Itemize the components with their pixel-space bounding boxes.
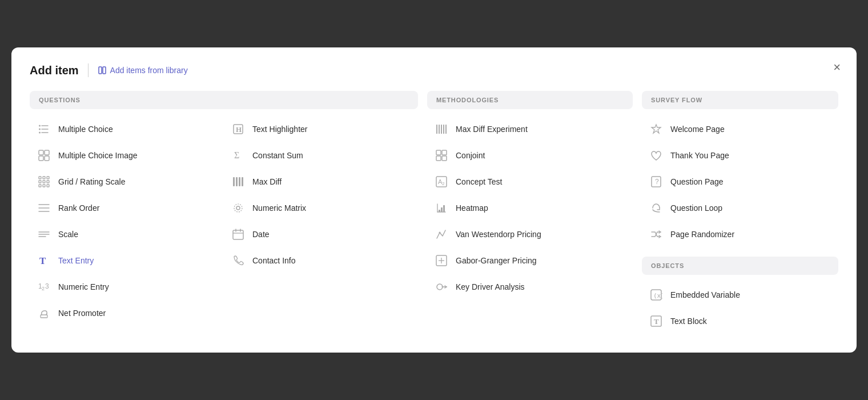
svg-rect-1: [103, 67, 106, 74]
concept-test-icon: A2: [434, 174, 449, 189]
question-loop-icon: [649, 201, 664, 215]
item-grid-rating-scale[interactable]: Grid / Rating Scale: [30, 169, 224, 195]
svg-rect-31: [41, 315, 47, 318]
questions-grid: Multiple ChoiceMultiple Choice ImageGrid…: [30, 116, 418, 326]
svg-rect-61: [443, 205, 445, 212]
text-highlighter-label: Text Highlighter: [252, 125, 308, 134]
item-date[interactable]: Date: [224, 221, 418, 247]
item-scale[interactable]: Scale: [30, 221, 224, 247]
item-van-westendorp[interactable]: Van Westendorp Pricing: [427, 221, 633, 247]
max-diff-experiment-label: Max Diff Experiment: [456, 125, 528, 134]
svg-rect-49: [445, 125, 447, 134]
svg-rect-14: [47, 177, 49, 179]
concept-test-label: Concept Test: [456, 177, 502, 186]
svg-text:(x): (x): [653, 292, 662, 299]
van-westendorp-label: Van Westendorp Pricing: [456, 230, 541, 239]
scale-label: Scale: [58, 230, 78, 239]
columns-container: QUESTIONS Multiple ChoiceMultiple Choice…: [30, 91, 838, 334]
svg-point-40: [234, 204, 242, 212]
svg-rect-12: [39, 177, 41, 179]
net-promoter-icon: [37, 306, 51, 321]
item-contact-info[interactable]: Contact Info: [224, 247, 418, 274]
gabor-granger-label: Gabor-Granger Pricing: [456, 256, 537, 265]
svg-rect-36: [236, 177, 238, 186]
constant-sum-label: Constant Sum: [252, 151, 303, 160]
item-question-loop[interactable]: Question Loop: [642, 195, 838, 221]
header-divider: [88, 63, 89, 77]
methodologies-column: METHODOLOGIES Max Diff ExperimentConjoin…: [427, 91, 633, 334]
item-net-promoter[interactable]: Net Promoter: [30, 300, 224, 326]
rank-order-icon: [37, 201, 51, 215]
item-multiple-choice-image[interactable]: Multiple Choice Image: [30, 142, 224, 169]
numeric-matrix-label: Numeric Matrix: [252, 203, 306, 213]
add-from-library-label: Add items from library: [110, 66, 188, 75]
page-randomizer-label: Page Randomizer: [670, 230, 734, 239]
item-embedded-variable[interactable]: (x)Embedded Variable: [642, 282, 838, 308]
constant-sum-icon: Σ: [231, 148, 246, 163]
svg-point-39: [236, 206, 240, 210]
add-from-library-button[interactable]: Add items from library: [98, 66, 188, 75]
item-concept-test[interactable]: A2Concept Test: [427, 169, 633, 195]
svg-rect-15: [39, 181, 41, 183]
conjoint-icon: [434, 148, 449, 163]
van-westendorp-icon: [434, 227, 449, 242]
svg-rect-59: [439, 210, 440, 212]
svg-rect-45: [436, 125, 437, 134]
multiple-choice-icon: [37, 122, 51, 137]
svg-text:Σ: Σ: [234, 150, 239, 160]
svg-text:?: ?: [655, 178, 659, 186]
question-loop-label: Question Loop: [670, 203, 722, 213]
close-button[interactable]: ×: [833, 61, 841, 74]
thank-you-page-label: Thank You Page: [670, 151, 729, 160]
svg-rect-10: [39, 156, 43, 161]
svg-rect-18: [39, 185, 41, 187]
questions-col1: Multiple ChoiceMultiple Choice ImageGrid…: [30, 116, 224, 326]
conjoint-label: Conjoint: [456, 151, 485, 160]
text-entry-label: Text Entry: [58, 256, 94, 265]
item-max-diff-experiment[interactable]: Max Diff Experiment: [427, 116, 633, 142]
questions-col2: HText HighlighterΣConstant SumMax DiffNu…: [224, 116, 418, 326]
contact-info-label: Contact Info: [252, 256, 296, 265]
item-numeric-entry[interactable]: 123Numeric Entry: [30, 274, 224, 300]
methodologies-section-header: METHODOLOGIES: [427, 91, 633, 109]
item-question-page[interactable]: ?Question Page: [642, 169, 838, 195]
multiple-choice-label: Multiple Choice: [58, 125, 113, 134]
svg-rect-35: [233, 177, 235, 186]
svg-text:3: 3: [45, 282, 49, 290]
methodologies-list: Max Diff ExperimentConjointA2Concept Tes…: [427, 116, 633, 300]
page-randomizer-icon: [649, 227, 664, 242]
item-conjoint[interactable]: Conjoint: [427, 142, 633, 169]
max-diff-label: Max Diff: [252, 177, 282, 186]
item-heatmap[interactable]: Heatmap: [427, 195, 633, 221]
item-text-highlighter[interactable]: HText Highlighter: [224, 116, 418, 142]
svg-rect-17: [47, 181, 49, 183]
text-highlighter-icon: H: [231, 122, 246, 137]
item-numeric-matrix[interactable]: Numeric Matrix: [224, 195, 418, 221]
svg-rect-50: [436, 150, 441, 155]
objects-section-header: OBJECTS: [642, 257, 838, 275]
item-max-diff[interactable]: Max Diff: [224, 169, 418, 195]
item-multiple-choice[interactable]: Multiple Choice: [30, 116, 224, 142]
question-page-label: Question Page: [670, 177, 724, 186]
item-key-driver-analysis[interactable]: Key Driver Analysis: [427, 274, 633, 300]
item-thank-you-page[interactable]: Thank You Page: [642, 142, 838, 169]
rank-order-label: Rank Order: [58, 203, 99, 213]
svg-point-62: [439, 232, 441, 234]
item-text-entry[interactable]: TText Entry: [30, 247, 224, 274]
contact-info-icon: [231, 253, 246, 268]
item-welcome-page[interactable]: Welcome Page: [642, 116, 838, 142]
item-gabor-granger[interactable]: Gabor-Granger Pricing: [427, 247, 633, 274]
svg-point-3: [39, 125, 41, 127]
modal-overlay[interactable]: Add item Add items from library × QUESTI…: [0, 0, 868, 400]
item-constant-sum[interactable]: ΣConstant Sum: [224, 142, 418, 169]
item-page-randomizer[interactable]: Page Randomizer: [642, 221, 838, 247]
grid-rating-scale-icon: [37, 174, 51, 189]
svg-rect-13: [43, 177, 45, 179]
svg-rect-47: [441, 125, 442, 134]
item-text-block[interactable]: TText Block: [642, 308, 838, 334]
numeric-matrix-icon: [231, 201, 246, 215]
item-rank-order[interactable]: Rank Order: [30, 195, 224, 221]
svg-rect-9: [45, 150, 49, 155]
max-diff-experiment-icon: [434, 122, 449, 137]
grid-rating-scale-label: Grid / Rating Scale: [58, 177, 126, 186]
